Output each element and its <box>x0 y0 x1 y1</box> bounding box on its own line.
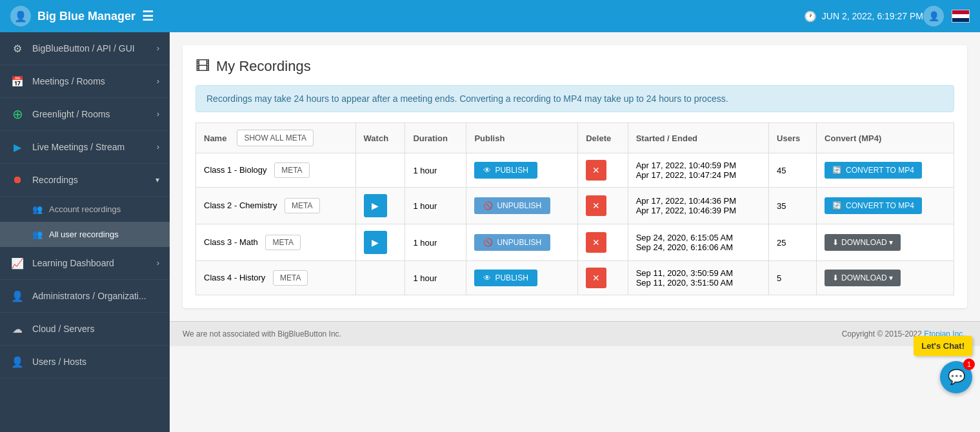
sidebar-sub-item-label: All user recordings <box>49 230 119 239</box>
sidebar-item-cloud-servers[interactable]: ☁ Cloud / Servers <box>0 313 170 346</box>
delete-button[interactable]: ✕ <box>586 232 606 253</box>
recording-name: Class 1 - Biology <box>204 165 267 175</box>
language-flag-icon[interactable] <box>952 10 970 23</box>
cell-delete: ✕ <box>578 153 628 188</box>
cell-publish: 👁 PUBLISH <box>466 153 578 188</box>
nav-right: 👤 <box>923 6 970 26</box>
play-circle-icon: ▶ <box>10 140 25 154</box>
clock-icon: 🕐 <box>804 10 817 23</box>
sidebar-item-administrators[interactable]: 👤 Administrators / Organizati... <box>0 280 170 313</box>
admin-icon: 👤 <box>10 289 25 303</box>
sidebar-item-label: Live Meetings / Stream <box>32 142 149 152</box>
cell-name: Class 3 - Math META <box>196 224 356 261</box>
unpublish-button[interactable]: 🚫 UNPUBLISH <box>474 197 550 214</box>
download-icon: ⬇ <box>832 273 839 282</box>
recording-name: Class 3 - Math <box>204 237 258 247</box>
meta-button[interactable]: META <box>265 235 300 250</box>
cell-watch: ▶ <box>355 188 405 224</box>
record-icon: ⏺ <box>10 173 25 187</box>
meta-button[interactable]: META <box>273 270 308 286</box>
chevron-right-icon: › <box>157 259 159 268</box>
cell-dates: Apr 17, 2022, 10:44:36 PM Apr 17, 2022, … <box>628 188 768 224</box>
cell-convert: ⬇ DOWNLOAD ▾ <box>817 224 954 261</box>
users-hosts-icon: 👤 <box>10 355 25 369</box>
meta-button[interactable]: META <box>285 198 319 213</box>
convert-button[interactable]: 🔄 CONVERT TO MP4 <box>825 162 922 179</box>
chevron-right-icon: › <box>157 77 159 86</box>
sidebar-item-label: Users / Hosts <box>32 357 159 367</box>
chat-sticky-note: Let's Chat! <box>914 336 972 356</box>
cloud-icon: ☁ <box>10 322 25 336</box>
cell-duration: 1 hour <box>405 153 466 188</box>
cell-convert: ⬇ DOWNLOAD ▾ <box>817 261 954 295</box>
footer: We are not associated with BigBlueButton… <box>170 321 980 346</box>
cell-users: 45 <box>769 153 817 188</box>
convert-button[interactable]: 🔄 CONVERT TO MP4 <box>825 197 922 214</box>
eye-icon: 👁 <box>483 273 491 282</box>
sidebar-item-greenlight-rooms[interactable]: ⊕ Greenlight / Rooms › <box>0 98 170 131</box>
cell-delete: ✕ <box>578 261 628 295</box>
sidebar-item-learning-dashboard[interactable]: 📈 Learning Dashboard › <box>0 247 170 280</box>
publish-button[interactable]: 👁 PUBLISH <box>474 270 537 286</box>
sidebar-item-label: Greenlight / Rooms <box>32 109 149 119</box>
sidebar-item-label: Learning Dashboard <box>32 258 149 268</box>
show-all-meta-button[interactable]: SHOW ALL META <box>237 130 314 146</box>
table-row: Class 2 - Chemistry META▶1 hour 🚫 UNPUBL… <box>196 188 954 224</box>
col-delete: Delete <box>578 123 628 153</box>
recording-name: Class 2 - Chemistry <box>204 201 277 210</box>
cell-users: 25 <box>769 224 817 261</box>
chevron-right-icon: › <box>157 142 159 152</box>
cell-users: 35 <box>769 188 817 224</box>
download-button[interactable]: ⬇ DOWNLOAD ▾ <box>825 270 901 286</box>
user-avatar-icon[interactable]: 👤 <box>923 6 944 26</box>
watch-button[interactable]: ▶ <box>364 194 387 217</box>
sidebar-item-users-hosts[interactable]: 👤 Users / Hosts <box>0 346 170 378</box>
unpublish-button[interactable]: 🚫 UNPUBLISH <box>474 234 550 251</box>
sidebar-item-label: Administrators / Organizati... <box>32 291 159 301</box>
cell-watch <box>355 153 405 188</box>
cell-name: Class 4 - History META <box>196 261 356 295</box>
sidebar-item-recordings[interactable]: ⏺ Recordings ▾ <box>0 164 170 197</box>
cell-delete: ✕ <box>578 188 628 224</box>
meta-button[interactable]: META <box>274 162 309 178</box>
cell-dates: Apr 17, 2022, 10:40:59 PM Apr 17, 2022, … <box>628 153 768 188</box>
recordings-table: Name SHOW ALL META Watch Duration Publis… <box>195 123 954 295</box>
alert-banner: Recordings may take 24 hours to appear a… <box>195 85 954 112</box>
sidebar-item-account-recordings[interactable]: 👥 Account recordings <box>0 197 170 222</box>
col-convert: Convert (MP4) <box>817 123 954 153</box>
datetime-label: JUN 2, 2022, 6:19:27 PM <box>822 11 923 21</box>
sidebar-item-meetings-rooms[interactable]: 📅 Meetings / Rooms › <box>0 65 170 98</box>
recording-name: Class 4 - History <box>204 273 265 282</box>
sidebar-item-label: Recordings <box>32 175 148 185</box>
delete-button[interactable]: ✕ <box>586 268 606 288</box>
watch-button[interactable]: ▶ <box>364 231 387 254</box>
eye-icon: 👁 <box>483 166 491 175</box>
eye-slash-icon: 🚫 <box>483 201 493 210</box>
sidebar-item-bigbluebutton[interactable]: ⚙ BigBlueButton / API / GUI › <box>0 32 170 65</box>
hamburger-menu-icon[interactable]: ☰ <box>142 8 154 24</box>
cell-publish: 👁 PUBLISH <box>466 261 578 295</box>
users-icon: 👥 <box>32 204 43 214</box>
table-row: Class 1 - Biology META1 hour 👁 PUBLISH ✕… <box>196 153 954 188</box>
download-button[interactable]: ⬇ DOWNLOAD ▾ <box>825 234 901 251</box>
col-watch: Watch <box>355 123 405 153</box>
delete-button[interactable]: ✕ <box>586 195 606 216</box>
footer-left: We are not associated with BigBlueButton… <box>183 329 341 339</box>
chevron-down-icon: ▾ <box>155 175 159 184</box>
table-row: Class 3 - Math META▶1 hour 🚫 UNPUBLISH ✕… <box>196 224 954 261</box>
cell-duration: 1 hour <box>405 224 466 261</box>
col-name: Name SHOW ALL META <box>196 123 356 153</box>
cell-duration: 1 hour <box>405 261 466 295</box>
delete-button[interactable]: ✕ <box>586 160 606 181</box>
sidebar-item-all-user-recordings[interactable]: 👥 All user recordings <box>0 222 170 247</box>
chat-bubble-button[interactable]: 💬 1 <box>940 361 972 393</box>
table-row: Class 4 - History META1 hour 👁 PUBLISH ✕… <box>196 261 954 295</box>
ended-date: Sep 24, 2020, 6:16:06 AM <box>636 242 761 252</box>
sidebar-sub-item-label: Account recordings <box>49 204 121 214</box>
cell-dates: Sep 11, 2020, 3:50:59 AM Sep 11, 2020, 3… <box>628 261 768 295</box>
cell-name: Class 1 - Biology META <box>196 153 356 188</box>
started-date: Apr 17, 2022, 10:44:36 PM <box>636 196 761 206</box>
sidebar-item-live-meetings[interactable]: ▶ Live Meetings / Stream › <box>0 131 170 164</box>
publish-button[interactable]: 👁 PUBLISH <box>474 162 537 179</box>
nav-datetime: 🕐 JUN 2, 2022, 6:19:27 PM <box>804 10 923 23</box>
